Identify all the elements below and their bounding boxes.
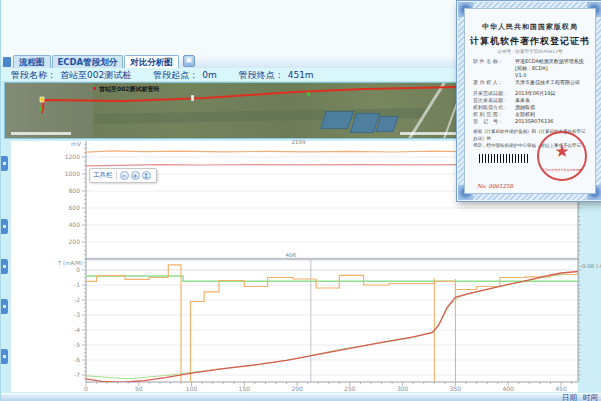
info-value-2: 451m (288, 70, 314, 80)
axis-label: 350 (450, 385, 462, 392)
start-pin-icon[interactable] (40, 97, 44, 102)
zoom-in-button[interactable]: + (131, 171, 140, 180)
certificate-field-5: 开发完成日期：2013年06月19日 (473, 90, 589, 97)
certificate-field-6: 首次发表日期：未发表 (473, 97, 589, 104)
map-watermark (11, 132, 71, 135)
axis-label: -6 (74, 356, 80, 363)
certificate-field-9: 登 记 号：2013SR076136 (473, 118, 589, 125)
certificate-field-1: [简称：ECDA] (473, 65, 589, 72)
app-window: 流程图ECDA管段划分对比分析图 ▣ 管段名称：首站至002测试桩管段起点：0m… (0, 0, 601, 401)
axis-label: 300 (397, 385, 409, 392)
axis-label: 0 (84, 385, 88, 392)
certificate-field-8: 权 利 范 围：全部权利 (473, 111, 589, 118)
axis-label: -5 (74, 341, 80, 348)
axis-label: -4 (74, 326, 80, 333)
axis-label: 800 (69, 187, 81, 194)
axis-label: 400 (502, 385, 514, 392)
axis-label: 600 (69, 204, 81, 211)
tab-0[interactable]: 流程图 (13, 55, 51, 68)
seal-caption: 计算机软件著作权登记专用章 (537, 168, 588, 172)
axis-label: 1000 (65, 170, 80, 177)
collapsed-panel-tab[interactable] (1, 259, 8, 274)
certificate-number-line: 证书号：软著登字第0593612号 (465, 49, 595, 54)
axis-label: 450 (555, 385, 567, 392)
certificate-field-2: V1.0 (473, 72, 589, 79)
map-segment-label: 首站至002测试桩管段 (99, 85, 160, 94)
chart-toolbar: 工具栏 −+↥ (89, 168, 157, 183)
axis-label: 200 (69, 238, 81, 245)
info-label-2: 管段终点： (239, 70, 284, 80)
tab-1[interactable]: ECDA管段划分 (52, 55, 124, 68)
toolbar-label: 工具栏 (93, 171, 113, 180)
info-label-1: 管段起点： (153, 70, 198, 80)
status-item-0[interactable]: 日期 (562, 393, 577, 401)
tab-2[interactable]: 对比分析图 (124, 55, 179, 68)
certificate-title: 计算机软件著作权登记证书 (465, 35, 595, 48)
certificate-authority: 中华人民共和国国家版权局 (465, 22, 595, 32)
test-post-marker-icon[interactable] (191, 95, 194, 101)
info-label-0: 管段名称： (11, 70, 56, 80)
axis-label: 50 (135, 385, 143, 392)
export-button[interactable]: ↥ (142, 171, 151, 180)
info-value-0: 首站至002测试桩 (60, 70, 131, 80)
axis-label: 250 (344, 385, 356, 392)
status-bar: 日期时间 (1, 393, 601, 401)
tab-scroll-handle[interactable] (3, 57, 11, 67)
certificate-field-7: 权利取得方式：原始取得 (473, 104, 589, 111)
axis-label: -1 (74, 281, 80, 288)
axis-label: 0 (76, 266, 80, 273)
certificate-field-3: 著 作 权 人：天津市嘉信技术工程有限公司 (473, 79, 589, 86)
seal-star-icon: ★ (539, 141, 585, 161)
axis-label: -3 (74, 311, 80, 318)
tab-list-icon[interactable]: ▣ (183, 55, 195, 67)
map-label-dot (93, 87, 96, 90)
axis-label: 200 (291, 385, 303, 392)
certificate-serial-number: No. 0061258 (477, 183, 513, 189)
axis-label: 400 (69, 221, 81, 228)
chart-annotation: -0.08 (-0.08) (580, 263, 601, 269)
axis-label: -7 (74, 371, 80, 378)
toolbar-separator (116, 171, 117, 180)
software-copyright-certificate: 中华人民共和国国家版权局 计算机软件著作权登记证书 证书号：软著登字第05936… (456, 0, 601, 202)
chart-annotation: 2199 (292, 140, 306, 145)
collapsed-panel-tab[interactable] (1, 156, 8, 171)
chart-annotation: 406 (286, 252, 297, 258)
collapsed-panel-tab[interactable] (1, 219, 8, 234)
axis-label: 150 (239, 385, 251, 392)
info-value-1: 0m (202, 70, 217, 80)
certificate-body: 中华人民共和国国家版权局 计算机软件著作权登记证书 证书号：软著登字第05936… (464, 8, 596, 194)
barcode (479, 154, 529, 163)
axis-label: T (mA/M) (57, 260, 83, 266)
zoom-out-button[interactable]: − (120, 171, 129, 180)
axis-label: -2 (74, 296, 80, 303)
collapsed-panel-tab[interactable] (1, 349, 8, 364)
certificate-field-0: 软 件 名 称：管道ECDA检测及数据管理系统 (473, 58, 589, 65)
collapsed-panel-tab[interactable] (1, 299, 8, 314)
green-marker-icon[interactable] (39, 107, 42, 111)
axis-label: mV (71, 140, 82, 147)
green-marker-icon[interactable] (307, 92, 310, 96)
official-red-seal: ★ 计算机软件著作权登记专用章 (537, 131, 587, 181)
axis-label: 100 (186, 385, 198, 392)
axis-label: 1200 (65, 153, 80, 160)
status-item-1[interactable]: 时间 (583, 393, 598, 401)
